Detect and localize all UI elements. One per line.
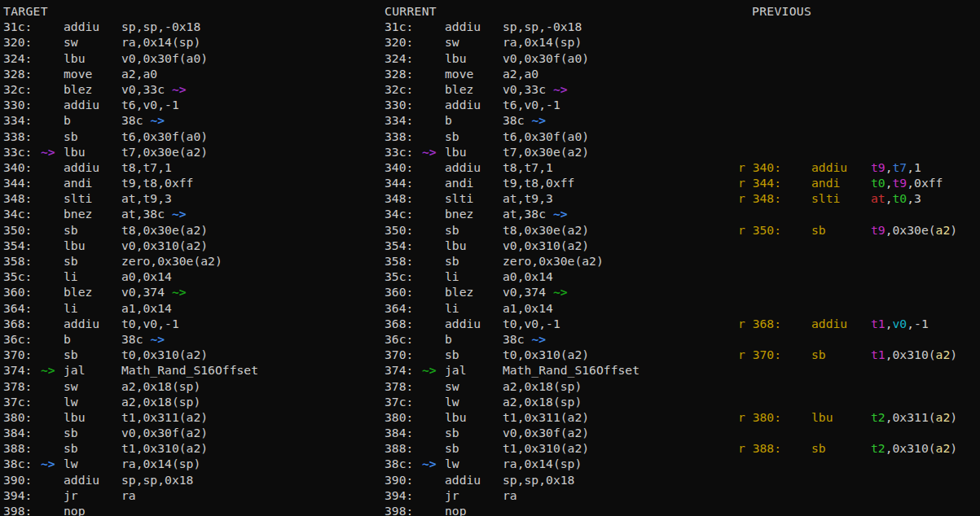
- address: 340:: [385, 160, 422, 175]
- asm-line: 33c:~>lbut7,0x30e(a2): [385, 144, 639, 160]
- address: 32c:: [3, 81, 41, 97]
- asm-line: 384:sbv0,0x30f(a2): [3, 425, 258, 440]
- operands: t8,t7,1: [503, 160, 553, 175]
- operand-text: ,: [886, 317, 893, 330]
- address: 354:: [3, 238, 41, 253]
- address: 344:: [3, 175, 41, 190]
- operand-text: t2: [871, 441, 886, 455]
- operand-text: ): [950, 348, 957, 361]
- asm-line: 32c:blezv0,33c ~>: [3, 81, 258, 97]
- blank-line: [738, 66, 957, 81]
- branch-arrow-icon: ~>: [150, 332, 165, 346]
- mnemonic: li: [64, 300, 121, 316]
- mnemonic: addiu: [64, 472, 121, 488]
- mnemonic: slti: [445, 190, 503, 206]
- address: 35c:: [3, 269, 41, 284]
- mnemonic: sb: [811, 347, 871, 362]
- operands: sp,sp,-0x18: [503, 19, 582, 34]
- previous-column: PREVIOUSr 340:addiut9,t7,1r 344:andit0,t…: [738, 3, 957, 516]
- operand-text: v0,0x30f(a0): [121, 51, 208, 65]
- mnemonic: b: [445, 331, 503, 347]
- operand-text: a2: [936, 410, 951, 424]
- operands: at,t9,3: [121, 190, 172, 206]
- operand-text: 38c: [503, 332, 531, 346]
- asm-line: 374:~>jalMath_Rand_S16Offset: [3, 362, 258, 378]
- address: 384:: [3, 425, 41, 440]
- operand-text: t1,0x311(a2): [503, 410, 589, 424]
- operand-text: a2,0x18(sp): [121, 395, 200, 409]
- asm-line: 350:sbt8,0x30e(a2): [385, 222, 639, 238]
- address: 328:: [385, 66, 422, 81]
- mnemonic: sb: [64, 347, 121, 362]
- operands: ra,0x14(sp): [121, 456, 200, 471]
- address: 36c:: [3, 331, 41, 347]
- operand-text: t9: [871, 223, 886, 237]
- operands: v0,0x30f(a0): [121, 50, 208, 66]
- operand-text: t8,t7,1: [121, 160, 172, 174]
- operand-text: ,0x310(: [886, 441, 936, 455]
- previous-diff-line: r 344:andit0,t9,0xff: [738, 175, 957, 190]
- blank-line: [738, 253, 957, 269]
- operands: t0,0x310(a2): [121, 347, 208, 362]
- operand-text: ): [950, 223, 957, 237]
- blank-line: [738, 362, 957, 378]
- operand-text: sp,sp,0x18: [503, 473, 574, 487]
- asm-line: 36c:b38c ~>: [385, 331, 639, 347]
- mnemonic: addiu: [64, 160, 121, 175]
- operand-text: sp,sp,-0x18: [503, 20, 582, 33]
- mnemonic: blez: [445, 81, 503, 97]
- mnemonic: sw: [64, 34, 121, 50]
- column-header-row: PREVIOUS: [738, 3, 957, 19]
- operands: sp,sp,-0x18: [121, 19, 200, 34]
- mnemonic: lbu: [811, 409, 871, 425]
- operands: sp,sp,0x18: [121, 472, 193, 488]
- branch-arrow-icon: ~>: [422, 362, 445, 378]
- operand-text: v0,0x310(a2): [121, 238, 208, 252]
- target-column: TARGET31c:addiusp,sp,-0x18320:swra,0x14(…: [3, 3, 258, 516]
- mnemonic: li: [445, 269, 503, 284]
- address: 350:: [3, 222, 41, 238]
- operand-text: t1: [871, 317, 886, 330]
- blank-line: [738, 269, 957, 284]
- operands: t1,0x311(a2): [503, 409, 589, 425]
- operand-text: t0,v0,-1: [121, 317, 179, 330]
- operand-text: a0,0x14: [121, 269, 172, 283]
- operands: t0,v0,-1: [121, 316, 179, 331]
- operands: t7,0x30e(a2): [121, 144, 208, 160]
- operand-text: t0: [893, 191, 907, 205]
- blank-line: [738, 206, 957, 221]
- operands: Math_Rand_S16Offset: [121, 362, 258, 378]
- operands: ra,0x14(sp): [121, 34, 200, 50]
- asm-line: 398:nop: [3, 503, 258, 516]
- operand-text: t8,0x30e(a2): [121, 223, 208, 237]
- operand-text: a1,0x14: [121, 301, 172, 315]
- operand-text: t8,t7,1: [503, 160, 553, 174]
- blank-line: [738, 300, 957, 316]
- mnemonic: lw: [64, 456, 121, 471]
- blank-line: [738, 34, 957, 50]
- mnemonic: sb: [445, 347, 503, 362]
- address: 370:: [3, 347, 41, 362]
- operand-text: ,0x310(: [886, 348, 936, 361]
- blank-line: [738, 394, 957, 409]
- address: 378:: [3, 378, 41, 394]
- operands: a2,0x18(sp): [503, 378, 582, 394]
- blank-line: [738, 129, 957, 144]
- asm-line: 354:lbuv0,0x310(a2): [385, 238, 639, 253]
- blank-line: [738, 378, 957, 394]
- branch-arrow-icon: ~>: [531, 113, 546, 127]
- operands: t1,0x310(a2): [503, 440, 589, 456]
- asm-line: 368:addiut0,v0,-1: [3, 316, 258, 331]
- mnemonic: slti: [64, 190, 121, 206]
- mnemonic: bnez: [64, 206, 121, 221]
- asm-line: 350:sbt8,0x30e(a2): [3, 222, 258, 238]
- operand-text: v0,33c: [503, 82, 553, 96]
- asm-line: 374:~>jalMath_Rand_S16Offset: [385, 362, 639, 378]
- operands: v0,0x310(a2): [121, 238, 208, 253]
- asm-line: 320:swra,0x14(sp): [3, 34, 258, 50]
- address: 31c:: [385, 19, 422, 34]
- operand-text: ): [950, 441, 957, 455]
- operand-text: 38c: [503, 113, 531, 127]
- address: 360:: [3, 284, 41, 300]
- previous-diff-line: r 370:sbt1,0x310(a2): [738, 347, 957, 362]
